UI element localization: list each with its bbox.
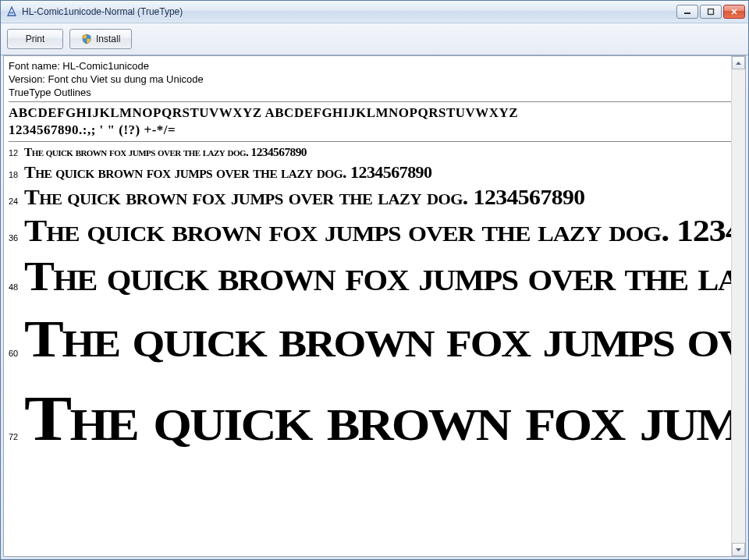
sample-text: The quick brown fox jumps over the lazy … bbox=[24, 144, 307, 161]
size-label: 60 bbox=[9, 349, 24, 358]
size-label: 12 bbox=[9, 148, 24, 158]
size-label: 36 bbox=[9, 233, 24, 243]
version-line: Version: Font chu Viet su dung ma Unicod… bbox=[9, 73, 731, 86]
size-label: 72 bbox=[9, 432, 24, 441]
window-controls bbox=[676, 5, 745, 19]
sample-text: The quick brown fox jumps over the lazy … bbox=[24, 183, 585, 211]
close-button[interactable] bbox=[723, 5, 745, 19]
scroll-track[interactable] bbox=[732, 69, 745, 543]
sample-row: 48 The quick brown fox jumps over the la… bbox=[9, 250, 731, 302]
sample-row: 36 The quick brown fox jumps over the la… bbox=[9, 211, 731, 250]
print-button-label: Print bbox=[26, 34, 45, 44]
separator bbox=[9, 101, 731, 102]
svg-rect-1 bbox=[708, 9, 714, 15]
font-viewer-window: HL-Comic1unicode-Normal (TrueType) Print bbox=[0, 0, 749, 560]
app-icon bbox=[5, 5, 18, 18]
size-label: 24 bbox=[9, 197, 24, 206]
separator bbox=[9, 141, 731, 142]
sample-row: 12 The quick brown fox jumps over the la… bbox=[9, 144, 731, 161]
install-button-label: Install bbox=[96, 34, 120, 44]
print-button[interactable]: Print bbox=[7, 29, 63, 49]
glyph-row-alpha: abcdefghijklmnopqrstuvwxyz ABCDEFGHIJKLM… bbox=[9, 105, 731, 122]
vertical-scrollbar[interactable] bbox=[731, 56, 745, 556]
sample-text: The quick brown fox jumps over the lazy … bbox=[24, 375, 731, 463]
maximize-button[interactable] bbox=[700, 5, 722, 19]
window-title: HL-Comic1unicode-Normal (TrueType) bbox=[22, 6, 676, 17]
sample-text: The quick brown fox jumps over the lazy … bbox=[24, 161, 431, 183]
outlines-line: TrueType Outlines bbox=[9, 86, 731, 99]
size-label: 18 bbox=[9, 170, 24, 179]
scroll-down-button[interactable] bbox=[732, 543, 745, 556]
sample-row: 24 The quick brown fox jumps over the la… bbox=[9, 183, 731, 211]
scroll-up-button[interactable] bbox=[732, 56, 745, 69]
font-name-line: Font name: HL-Comic1unicode bbox=[9, 59, 731, 73]
sample-row: 60 The quick brown fox jumps over the la… bbox=[9, 302, 731, 375]
toolbar: Print Install bbox=[1, 23, 748, 55]
install-button[interactable]: Install bbox=[69, 29, 132, 49]
svg-rect-0 bbox=[684, 12, 690, 14]
sample-text: The quick brown fox jumps over the lazy … bbox=[24, 250, 731, 302]
sample-text: The quick brown fox jumps over the lazy … bbox=[24, 211, 731, 250]
sample-row: 18 The quick brown fox jumps over the la… bbox=[9, 161, 731, 183]
glyph-row-symbols: 1234567890.:,; ' " (!?) +-*/= bbox=[9, 122, 731, 139]
content-area: Font name: HL-Comic1unicode Version: Fon… bbox=[3, 55, 746, 557]
size-label: 48 bbox=[9, 282, 24, 292]
shield-icon bbox=[81, 34, 92, 44]
font-preview-content: Font name: HL-Comic1unicode Version: Fon… bbox=[4, 56, 731, 556]
sample-row: 72 The quick brown fox jumps over the la… bbox=[9, 375, 731, 463]
sample-text: The quick brown fox jumps over the lazy … bbox=[24, 302, 731, 375]
titlebar[interactable]: HL-Comic1unicode-Normal (TrueType) bbox=[1, 1, 748, 23]
minimize-button[interactable] bbox=[676, 5, 698, 19]
